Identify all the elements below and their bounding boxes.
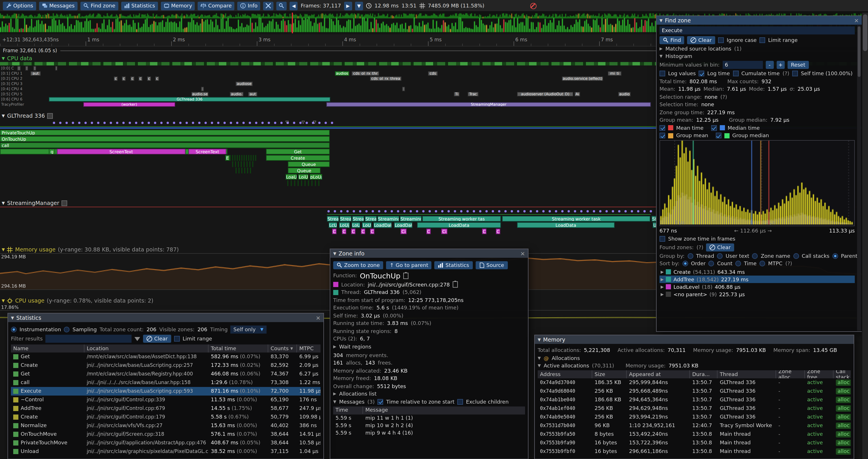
message-dot[interactable] [59, 122, 61, 124]
column-header[interactable]: Call stack [834, 370, 851, 378]
memory-table-row[interactable]: 0x7553b9fbf016 bytes296,661,186ns13:50.8… [538, 447, 851, 456]
message-dot[interactable] [198, 122, 200, 124]
options-button[interactable]: Options [3, 1, 36, 10]
message-dot[interactable] [504, 210, 507, 212]
zone-bar[interactable]: aut [30, 71, 41, 76]
memory-button[interactable]: Memory [161, 1, 195, 10]
find-button[interactable]: Find [659, 36, 684, 44]
collapse-icon[interactable]: ▼ [2, 113, 5, 118]
limit-range-checkbox[interactable] [760, 37, 765, 43]
reset-bin-button[interactable]: Reset [787, 61, 809, 69]
zone-bar[interactable]: C [351, 229, 355, 234]
message-dot[interactable] [211, 122, 213, 124]
memory-table-row[interactable]: 0x7553b9fa508 bytes153,492,240ns13:50.8M… [538, 430, 851, 438]
messages-toggle[interactable]: Messages [339, 399, 365, 404]
checkbox-label[interactable]: Show zone time in frames [668, 236, 735, 241]
zone-bar[interactable]: C [332, 229, 337, 234]
alloc-badge[interactable]: alloc [836, 448, 851, 455]
statistics-table-row[interactable]: PrivateTouchMovejni/../jni/src/guif/appl… [11, 438, 320, 447]
zone-bar[interactable]: Trac [468, 92, 478, 96]
zone-sliver[interactable] [239, 155, 240, 161]
legend-checkbox[interactable] [659, 133, 665, 138]
memory-table-row[interactable]: 0x74ab1be040186.68 KB294,645,364ns13:50.… [538, 396, 851, 404]
zone-sliver[interactable] [244, 161, 245, 167]
statistics-table-row[interactable]: ~Controljni/../jni/src/guif/Control.cpp:… [11, 395, 320, 404]
group-by-radio-parent[interactable] [832, 253, 838, 259]
zone-bar[interactable]: Streaming [400, 216, 422, 222]
exclude-children-checkbox[interactable] [457, 399, 463, 404]
sort-by-radio-mtpc[interactable] [760, 261, 765, 266]
statistics-table-row[interactable]: AddTreejni/../jni/src/guif/Control.cpp:6… [11, 404, 320, 413]
message-dot[interactable] [306, 122, 308, 124]
zone-bar[interactable]: (worker) [83, 102, 175, 107]
collapse-icon[interactable]: ▼ [2, 247, 5, 252]
min-bin-input[interactable]: 6 [722, 61, 763, 69]
zone-bar[interactable]: Create [266, 155, 330, 161]
message-dot[interactable] [236, 122, 239, 124]
zone-bar[interactable]: C [342, 229, 346, 234]
instrumentation-radio[interactable] [11, 326, 17, 332]
zone-sliver[interactable] [249, 161, 250, 167]
zone-sliver[interactable] [246, 155, 247, 161]
message-dot[interactable] [334, 210, 336, 212]
zone-bar[interactable]: cds [428, 71, 438, 76]
zone-bar[interactable]: Strea [365, 216, 377, 222]
zone-bar[interactable]: LoiU [298, 174, 308, 180]
group-by-radio-user-text[interactable] [717, 253, 723, 259]
zone-bar[interactable]: Ci [441, 229, 447, 234]
zone-sliver[interactable] [250, 168, 251, 173]
message-dot[interactable] [249, 122, 251, 124]
message-dot[interactable] [160, 122, 162, 124]
active-allocations-toggle[interactable]: Active allocations [544, 363, 589, 368]
message-dot[interactable] [460, 210, 462, 212]
radio-label[interactable]: Count [717, 261, 733, 266]
found-zone-group[interactable]: ▶Create(54,131)643.34 ms [659, 268, 855, 275]
find-zone-scrollbar[interactable] [857, 25, 861, 331]
thread-options-icon[interactable] [61, 200, 67, 206]
zone-bar[interactable] [25, 66, 28, 71]
zone-bar[interactable]: ScreenText [188, 149, 226, 155]
statistics-table-row[interactable]: Get/mnt/e/claw/src/claw/base/Registry.hp… [11, 369, 320, 378]
streaming-header[interactable]: ▼ StreamingManager [2, 200, 67, 206]
message-dot[interactable] [391, 210, 393, 212]
sort-by-radio-order[interactable] [682, 261, 688, 266]
alloc-badge[interactable]: alloc [836, 397, 851, 403]
zone-bar[interactable]: c [122, 76, 126, 81]
jump-to-frame-button[interactable]: ▼ [355, 1, 363, 10]
sort-by-radio-count[interactable] [709, 261, 714, 266]
memory-table-row[interactable]: 0x74ab1ef040256 KB294,629,948ns13:50.7GL… [538, 404, 851, 413]
radio-label[interactable]: Thread [696, 253, 714, 259]
find-zone-titlebar[interactable]: ▼ Find zone × [657, 16, 862, 25]
zone-sliver[interactable] [236, 168, 237, 173]
zone-sliver[interactable] [235, 155, 236, 161]
zone-bar[interactable]: audioserver (AudioOut_D) [517, 92, 573, 96]
message-dot[interactable] [65, 122, 68, 124]
matched-locations-toggle[interactable]: Matched source locations [665, 46, 731, 52]
zone-sliver[interactable] [247, 168, 248, 173]
message-dot[interactable] [593, 210, 595, 212]
alloc-badge[interactable]: alloc [836, 405, 851, 412]
message-dot[interactable] [435, 210, 437, 212]
message-dot[interactable] [517, 210, 519, 212]
message-dot[interactable] [230, 122, 232, 124]
message-dot[interactable] [618, 210, 620, 212]
legend-label[interactable]: Mean time [676, 125, 704, 131]
radio-label[interactable]: Parent [841, 253, 858, 259]
message-dot[interactable] [179, 122, 182, 124]
message-dot[interactable] [580, 210, 583, 212]
statistics-table-row[interactable]: Normalizejni/../jni/src/claw/vfs/Vfs.cpp… [11, 421, 320, 430]
cpu-data-header[interactable]: ▼ CPU data [2, 55, 32, 61]
message-dot[interactable] [205, 122, 207, 124]
zoom-to-zone-button[interactable]: Zoom to zone [333, 261, 383, 269]
zone-bar[interactable]: E [225, 155, 230, 161]
zone-bar[interactable]: PrivateTouchUp [0, 130, 330, 135]
column-header[interactable]: Dura... [690, 370, 717, 378]
clear-found-zones-button[interactable]: Clear [706, 243, 734, 251]
memory-table-row[interactable]: 0x74a9d68040256 KB295,668,489ns13:50.7GL… [538, 387, 851, 396]
statistics-table-row[interactable]: Get/mnt/e/claw/src/claw/base/AssetDict.h… [11, 352, 320, 361]
legend-label[interactable]: Group median [732, 133, 769, 138]
expand-icon[interactable]: ▶ [661, 269, 664, 274]
message-dot[interactable] [78, 122, 81, 124]
zone-sliver[interactable] [238, 161, 239, 167]
message-dot[interactable] [429, 210, 431, 212]
